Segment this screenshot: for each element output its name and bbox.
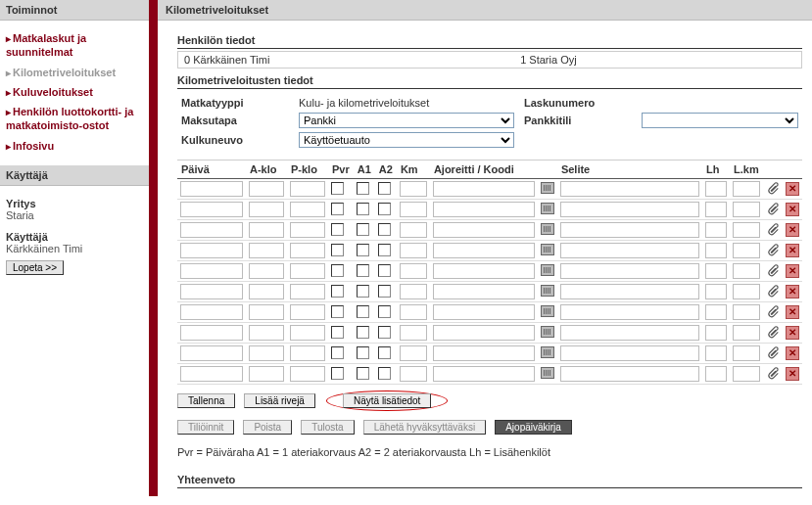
pvr-checkbox[interactable] xyxy=(331,264,344,277)
lh-input[interactable] xyxy=(705,243,727,258)
aklo-input[interactable] xyxy=(249,345,284,361)
ajoreitti-input[interactable] xyxy=(433,263,535,279)
km-input[interactable] xyxy=(400,263,427,279)
pklo-input[interactable] xyxy=(290,243,325,258)
paperclip-icon[interactable] xyxy=(766,264,780,278)
paiva-input[interactable] xyxy=(180,181,243,197)
paiva-input[interactable] xyxy=(180,325,243,341)
pklo-input[interactable] xyxy=(290,263,325,279)
km-input[interactable] xyxy=(400,202,427,217)
keyboard-icon[interactable] xyxy=(541,305,554,317)
selite-input[interactable] xyxy=(560,263,699,279)
lh-input[interactable] xyxy=(705,325,727,341)
delete-icon[interactable]: ✕ xyxy=(786,285,799,298)
lkm-input[interactable] xyxy=(733,222,760,238)
km-input[interactable] xyxy=(400,366,427,382)
aklo-input[interactable] xyxy=(249,366,284,382)
keyboard-icon[interactable] xyxy=(541,346,554,358)
pklo-input[interactable] xyxy=(290,304,325,320)
lisaa-riveja-button[interactable]: Lisää rivejä xyxy=(244,393,315,408)
keyboard-icon[interactable] xyxy=(541,264,554,276)
lh-input[interactable] xyxy=(705,284,727,299)
selite-input[interactable] xyxy=(560,366,699,382)
pvr-checkbox[interactable] xyxy=(331,346,344,359)
lkm-input[interactable] xyxy=(733,325,760,341)
ajoreitti-input[interactable] xyxy=(433,345,535,361)
keyboard-icon[interactable] xyxy=(541,244,554,255)
km-input[interactable] xyxy=(400,304,427,320)
a1-checkbox[interactable] xyxy=(357,223,369,236)
paperclip-icon[interactable] xyxy=(766,203,780,216)
aklo-input[interactable] xyxy=(249,325,284,341)
ajoreitti-input[interactable] xyxy=(433,222,535,238)
pvr-checkbox[interactable] xyxy=(331,244,344,256)
aklo-input[interactable] xyxy=(249,202,284,217)
poista-button[interactable]: Poista xyxy=(243,420,292,435)
pvr-checkbox[interactable] xyxy=(331,305,344,318)
delete-icon[interactable]: ✕ xyxy=(786,346,799,360)
aklo-input[interactable] xyxy=(249,304,284,320)
paiva-input[interactable] xyxy=(180,222,243,238)
ajoreitti-input[interactable] xyxy=(433,202,535,217)
a1-checkbox[interactable] xyxy=(357,285,369,298)
sidebar-item-4[interactable]: ▸Infosivu xyxy=(6,136,143,156)
nayta-lisatiedot-button[interactable]: Näytä lisätiedot xyxy=(343,393,431,408)
lh-input[interactable] xyxy=(705,304,727,320)
km-input[interactable] xyxy=(400,181,427,197)
lkm-input[interactable] xyxy=(733,366,760,382)
a2-checkbox[interactable] xyxy=(378,305,391,318)
delete-icon[interactable]: ✕ xyxy=(786,326,799,340)
a1-checkbox[interactable] xyxy=(357,244,369,256)
a2-checkbox[interactable] xyxy=(378,346,391,359)
pvr-checkbox[interactable] xyxy=(331,203,344,215)
a2-checkbox[interactable] xyxy=(378,203,391,215)
paiva-input[interactable] xyxy=(180,345,243,361)
delete-icon[interactable]: ✕ xyxy=(786,264,799,278)
a2-checkbox[interactable] xyxy=(378,223,391,236)
pankkitili-select[interactable] xyxy=(642,113,798,128)
lkm-input[interactable] xyxy=(733,181,760,197)
sidebar-item-3[interactable]: ▸Henkilön luottokortti- ja matkatoimisto… xyxy=(6,102,143,136)
selite-input[interactable] xyxy=(560,304,699,320)
delete-icon[interactable]: ✕ xyxy=(786,203,799,216)
a1-checkbox[interactable] xyxy=(357,326,369,339)
paperclip-icon[interactable] xyxy=(766,182,780,196)
a2-checkbox[interactable] xyxy=(378,285,391,298)
pklo-input[interactable] xyxy=(290,222,325,238)
aklo-input[interactable] xyxy=(249,263,284,279)
aklo-input[interactable] xyxy=(249,243,284,258)
pvr-checkbox[interactable] xyxy=(331,182,344,195)
pklo-input[interactable] xyxy=(290,202,325,217)
pklo-input[interactable] xyxy=(290,345,325,361)
km-input[interactable] xyxy=(400,325,427,341)
km-input[interactable] xyxy=(400,243,427,258)
lkm-input[interactable] xyxy=(733,284,760,299)
kulkuneuvo-select[interactable]: Käyttöetuauto xyxy=(299,132,514,148)
a1-checkbox[interactable] xyxy=(357,305,369,318)
lh-input[interactable] xyxy=(705,181,727,197)
lh-input[interactable] xyxy=(705,366,727,382)
pvr-checkbox[interactable] xyxy=(331,367,344,380)
sidebar-item-2[interactable]: ▸Kuluveloitukset xyxy=(6,82,143,102)
km-input[interactable] xyxy=(400,222,427,238)
delete-icon[interactable]: ✕ xyxy=(786,223,799,237)
paperclip-icon[interactable] xyxy=(766,326,780,340)
ajoreitti-input[interactable] xyxy=(433,181,535,197)
lkm-input[interactable] xyxy=(733,243,760,258)
pvr-checkbox[interactable] xyxy=(331,326,344,339)
keyboard-icon[interactable] xyxy=(541,367,554,379)
delete-icon[interactable]: ✕ xyxy=(786,305,799,319)
pklo-input[interactable] xyxy=(290,325,325,341)
selite-input[interactable] xyxy=(560,325,699,341)
selite-input[interactable] xyxy=(560,181,699,197)
pklo-input[interactable] xyxy=(290,366,325,382)
maksutapa-select[interactable]: Pankki xyxy=(299,113,514,128)
a1-checkbox[interactable] xyxy=(357,346,369,359)
delete-icon[interactable]: ✕ xyxy=(786,244,799,257)
lkm-input[interactable] xyxy=(733,304,760,320)
lkm-input[interactable] xyxy=(733,345,760,361)
paiva-input[interactable] xyxy=(180,243,243,258)
keyboard-icon[interactable] xyxy=(541,285,554,297)
tilioinnit-button[interactable]: Tiliöinnit xyxy=(177,420,234,435)
a1-checkbox[interactable] xyxy=(357,264,369,277)
